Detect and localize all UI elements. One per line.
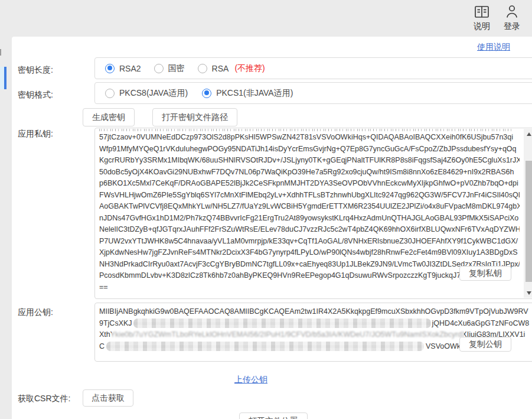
login-menu-item[interactable]: 登录	[494, 4, 530, 32]
radio-guomi[interactable]	[154, 64, 164, 73]
radio-rsa-label[interactable]: RSA	[212, 64, 229, 73]
manual-book-icon	[474, 5, 489, 19]
redaction-mosaic	[133, 319, 431, 328]
radio-rsa2-label[interactable]: RSA2	[119, 64, 141, 73]
public-key-label: 应用公钥:	[18, 307, 53, 318]
key-length-group: RSA2 国密 RSA (不推荐)	[94, 57, 532, 79]
main-panel: 使用说明 密钥长度: RSA2 国密 RSA (不推荐) 密钥格式: PKCS8…	[12, 37, 532, 419]
public-key-line-redacted-1: 9TjCsXKJ jQHD4cXu6aGpGTzNFoCW8	[99, 318, 531, 330]
sidebar-active-bar	[4, 67, 6, 89]
scrollbar-thumb[interactable]	[526, 161, 532, 282]
redaction-mosaic	[106, 342, 424, 351]
login-label: 登录	[504, 21, 520, 32]
app-window: 说明 登录 使用说明 密钥长度: RSA2 国密 RSA (不推荐) 密钥格式:	[0, 0, 532, 419]
clipped-text-strip	[99, 129, 513, 131]
redaction-blur	[112, 329, 464, 340]
radio-rsa[interactable]	[198, 64, 207, 73]
get-csr-button[interactable]: 点击获取	[83, 389, 133, 407]
generate-key-button[interactable]: 生成密钥	[83, 108, 135, 126]
scroll-up-icon[interactable]	[524, 129, 532, 139]
key-format-group: PKCS8(JAVA适用) PKCS1(非JAVA适用)	[94, 82, 532, 104]
csr-label: 获取CSR文件:	[18, 394, 70, 404]
upload-public-key-link[interactable]: 上传公钥	[234, 375, 267, 385]
key-length-label: 密钥长度:	[18, 65, 53, 76]
copy-public-key-button[interactable]: 复制公钥	[459, 337, 511, 352]
help-label: 说明	[474, 21, 490, 32]
radio-pkcs8-label[interactable]: PKCS8(JAVA适用)	[119, 88, 188, 99]
radio-rsa2[interactable]	[105, 64, 115, 73]
left-edge-tick	[0, 49, 1, 56]
radio-guomi-label[interactable]: 国密	[168, 63, 185, 74]
open-key-path-button[interactable]: 打开密钥文件路径	[152, 108, 237, 126]
radio-pkcs1[interactable]	[202, 89, 211, 98]
private-key-label: 应用私钥:	[18, 129, 53, 139]
private-key-scrollbar[interactable]	[524, 129, 532, 298]
user-icon	[504, 4, 520, 19]
public-key-textarea[interactable]: MIIBIjANBgkqhkiG9w0BAQEFAAOCAQ8AMIIBCgKC…	[94, 303, 532, 362]
scroll-down-icon[interactable]	[524, 288, 532, 298]
private-key-text: 57jtCzaov+0VUMNeEdDCzp973OlS2d8pPKsHI5WP…	[99, 132, 520, 293]
key-format-label: 密钥格式:	[18, 90, 53, 100]
open-file-location-button[interactable]: 打开文件位置	[239, 412, 308, 419]
not-recommended-warning: (不推荐)	[234, 63, 265, 74]
usage-guide-link[interactable]: 使用说明	[477, 42, 510, 53]
radio-pkcs1-label[interactable]: PKCS1(非JAVA适用)	[216, 88, 293, 99]
copy-private-key-button[interactable]: 复制私钥	[459, 266, 511, 281]
radio-pkcs8[interactable]	[105, 89, 115, 98]
